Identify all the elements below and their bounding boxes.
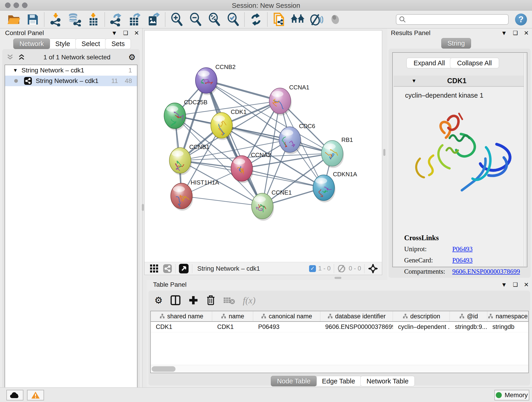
collapse-all-button[interactable]: Collapse All: [450, 58, 499, 68]
export-table-button[interactable]: [126, 12, 144, 27]
import-network-file-button[interactable]: [46, 12, 65, 27]
crosslink-link[interactable]: 9606.ENSP00000378699: [452, 268, 520, 275]
table-horizontal-scrollbar[interactable]: [151, 365, 528, 373]
function-builder-icon[interactable]: f(x): [243, 295, 256, 306]
zoom-out-button[interactable]: [186, 12, 205, 27]
network-graph[interactable]: CCNB2CCNA1CDC25BCDK1CDC6RB1CCNB1CCNA2CDK…: [145, 31, 382, 262]
column-header-description[interactable]: description: [393, 311, 450, 321]
edge-CCNA2-CDKN1A[interactable]: [242, 168, 324, 188]
tab-select[interactable]: Select: [75, 38, 106, 49]
node-table[interactable]: shared namenamecanonical namedatabase id…: [150, 311, 529, 373]
edge-HIST1H1A-CCNE1[interactable]: [181, 196, 262, 206]
tab-style[interactable]: Style: [49, 38, 76, 49]
control-panel-float-button[interactable]: ▼: [111, 30, 117, 37]
apply-layout-button[interactable]: [247, 12, 265, 27]
cell-namespace[interactable]: stringdb: [487, 322, 528, 332]
column-header-shared-name[interactable]: shared name: [151, 311, 212, 321]
node-CCNB1[interactable]: [169, 148, 191, 173]
delete-table-icon[interactable]: [223, 296, 235, 304]
node-HIST1H1A[interactable]: [171, 183, 192, 209]
network-row-selected[interactable]: String Network – cdk1 11 48: [5, 76, 137, 86]
zoom-selected-button[interactable]: [224, 12, 242, 27]
warnings-button[interactable]: [27, 390, 44, 400]
help-button[interactable]: ?: [515, 13, 527, 26]
right-splitter-handle[interactable]: [383, 149, 385, 156]
results-tab-string[interactable]: String: [441, 38, 471, 49]
eye-disabled-button[interactable]: [326, 12, 345, 27]
tree-expand-arrow-icon[interactable]: ▼: [13, 67, 18, 73]
table-row[interactable]: CDK1CDK1P064939606.ENSP00000378699cyclin…: [151, 322, 528, 332]
results-panel-maximize-button[interactable]: ❑: [513, 30, 518, 36]
results-scrollbar[interactable]: [524, 53, 526, 266]
gene-collapse-arrow-icon[interactable]: ▼: [412, 78, 417, 84]
control-panel-close-button[interactable]: ✕: [134, 30, 139, 37]
add-column-icon[interactable]: [188, 295, 198, 305]
tab-network-table[interactable]: Network Table: [360, 376, 415, 386]
node-RB1[interactable]: [322, 140, 343, 166]
copy-network-button[interactable]: [269, 12, 288, 27]
tab-node-table[interactable]: Node Table: [271, 376, 317, 386]
table-panel-float-button[interactable]: ▼: [501, 281, 507, 288]
column-header-name[interactable]: name: [212, 311, 253, 321]
node-CCNA1[interactable]: [269, 88, 291, 114]
memory-button[interactable]: Memory: [494, 390, 529, 400]
node-CDK1[interactable]: [211, 113, 232, 138]
edge-CCNB2-CCNE1[interactable]: [206, 80, 262, 206]
show-columns-icon[interactable]: [171, 295, 181, 305]
table-gear-icon[interactable]: ⚙: [154, 295, 163, 306]
results-panel-close-button[interactable]: ✕: [524, 30, 529, 37]
left-splitter-handle[interactable]: [142, 204, 144, 211]
zoom-in-button[interactable]: [167, 12, 186, 27]
open-session-button[interactable]: [5, 12, 23, 27]
import-table-file-button[interactable]: [84, 12, 103, 27]
node-CDC6[interactable]: [279, 127, 301, 153]
birdseye-view-icon[interactable]: [179, 264, 189, 274]
control-panel-maximize-button[interactable]: ❑: [123, 30, 128, 36]
tab-edge-table[interactable]: Edge Table: [316, 376, 361, 386]
network-canvas[interactable]: CCNB2CCNA1CDC25BCDK1CDC6RB1CCNB1CCNA2CDK…: [144, 30, 382, 275]
search-input[interactable]: [406, 16, 502, 23]
pan-crosshair-icon[interactable]: [368, 263, 378, 274]
string-home-button[interactable]: [288, 12, 307, 27]
node-CDC25B[interactable]: [164, 103, 186, 128]
table-panel-close-button[interactable]: ✕: [524, 281, 529, 288]
expand-all-icon[interactable]: [18, 54, 26, 61]
network-mode-icon[interactable]: [163, 264, 172, 273]
tab-sets[interactable]: Sets: [105, 38, 131, 49]
tab-network[interactable]: Network: [13, 38, 50, 49]
hidden-eye-slash-icon[interactable]: [337, 265, 346, 272]
network-options-gear-icon[interactable]: ⚙: [128, 52, 136, 62]
blur-view-button[interactable]: [307, 12, 326, 27]
network-collection-row[interactable]: ▼ String Network – cdk1 1: [5, 65, 137, 76]
scrollbar-thumb[interactable]: [152, 366, 176, 372]
gene-section-header[interactable]: ▼ CDK1: [394, 76, 525, 87]
cell-canonical-name[interactable]: P06493: [253, 322, 320, 332]
export-image-button[interactable]: [144, 12, 163, 27]
export-network-button[interactable]: [107, 12, 126, 27]
cell-database-identifier[interactable]: 9606.ENSP00000378699: [320, 322, 393, 332]
cell-shared-name[interactable]: CDK1: [151, 322, 212, 332]
column-header-database-identifier[interactable]: database identifier: [320, 311, 393, 321]
collapse-all-icon[interactable]: [6, 54, 14, 61]
crosslink-link[interactable]: P06493: [452, 256, 473, 264]
zoom-fit-button[interactable]: [205, 12, 224, 27]
crosslink-link[interactable]: P06493: [452, 245, 473, 253]
save-session-button[interactable]: [23, 12, 42, 27]
delete-column-trash-icon[interactable]: [206, 295, 215, 306]
grid-mode-icon[interactable]: [150, 264, 159, 273]
cloud-button[interactable]: [6, 390, 23, 400]
expand-all-button[interactable]: Expand All: [406, 58, 452, 68]
column-header-@id[interactable]: @id: [450, 311, 487, 321]
column-header-namespace[interactable]: namespace: [487, 311, 528, 321]
column-header-canonical-name[interactable]: canonical name: [253, 311, 320, 321]
node-CCNA2[interactable]: [231, 156, 253, 181]
selected-checkbox-icon[interactable]: ✓: [309, 265, 316, 272]
bottom-splitter-handle[interactable]: [335, 277, 341, 279]
node-CCNE1[interactable]: [252, 193, 273, 219]
cell-@id[interactable]: stringdb:9...: [450, 322, 487, 332]
cell-name[interactable]: CDK1: [212, 322, 253, 332]
import-network-database-button[interactable]: [65, 12, 84, 27]
cell-description[interactable]: cyclin–dependent ...: [393, 322, 450, 332]
table-panel-maximize-button[interactable]: ❑: [513, 281, 518, 288]
results-panel-float-button[interactable]: ▼: [501, 30, 507, 37]
